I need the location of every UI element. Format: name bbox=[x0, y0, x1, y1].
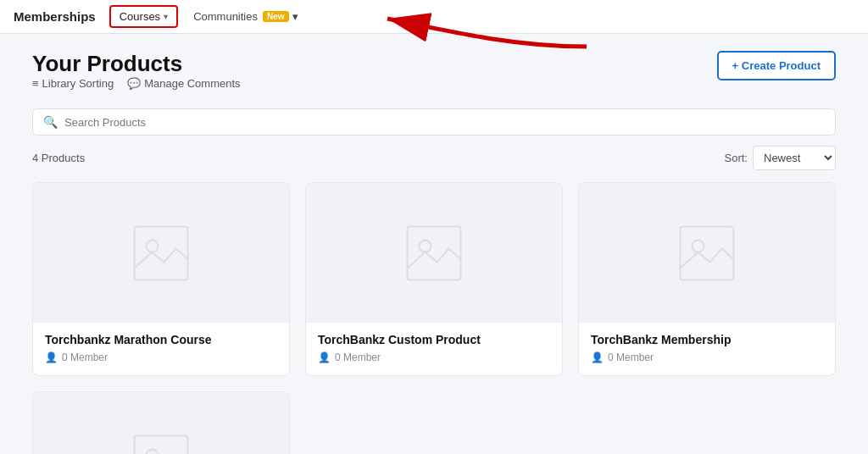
svg-point-6 bbox=[693, 240, 704, 252]
svg-rect-1 bbox=[135, 226, 188, 280]
member-icon-3: 👤 bbox=[591, 352, 604, 363]
library-icon: ≡ bbox=[32, 77, 39, 90]
products-grid-row2: Torchbankz Sprint Course 👤 0 Member bbox=[32, 391, 836, 454]
products-count: 4 Products bbox=[32, 152, 85, 164]
product-members-2: 👤 0 Member bbox=[318, 352, 550, 363]
product-image-2 bbox=[306, 183, 562, 323]
page-title: Your Products bbox=[32, 51, 241, 77]
tab-communities-label: Communities bbox=[193, 10, 258, 23]
manage-comments-link[interactable]: 💬 Manage Comments bbox=[127, 77, 240, 90]
sort-select[interactable]: Newest Oldest A-Z bbox=[753, 146, 836, 170]
create-product-button[interactable]: + Create Product bbox=[717, 51, 836, 80]
search-input[interactable] bbox=[64, 116, 825, 129]
chevron-down-icon: ▾ bbox=[164, 12, 168, 21]
svg-point-8 bbox=[147, 449, 159, 454]
search-icon: 🔍 bbox=[43, 115, 58, 129]
svg-point-4 bbox=[420, 240, 431, 252]
tab-courses[interactable]: Courses ▾ bbox=[109, 5, 178, 28]
sub-links: ≡ Library Sorting 💬 Manage Comments bbox=[32, 77, 241, 90]
product-name-1: Torchbankz Marathon Course bbox=[45, 333, 277, 346]
product-image-4 bbox=[33, 392, 289, 454]
product-name-2: TorchBankz Custom Product bbox=[318, 333, 550, 346]
products-grid-row1: Torchbankz Marathon Course 👤 0 Member To… bbox=[32, 182, 836, 376]
product-name-3: TorchBankz Membership bbox=[591, 333, 823, 346]
library-sorting-link[interactable]: ≡ Library Sorting bbox=[32, 77, 114, 90]
page-header: Your Products ≡ Library Sorting 💬 Manage… bbox=[32, 51, 836, 103]
products-toolbar: 4 Products Sort: Newest Oldest A-Z bbox=[32, 146, 836, 170]
svg-rect-3 bbox=[408, 226, 461, 280]
product-members-1: 👤 0 Member bbox=[45, 352, 277, 363]
comment-icon: 💬 bbox=[127, 77, 141, 90]
member-icon-2: 👤 bbox=[318, 352, 331, 363]
manage-comments-label: Manage Comments bbox=[144, 77, 240, 90]
product-image-1 bbox=[33, 183, 289, 323]
product-card-custom[interactable]: TorchBankz Custom Product 👤 0 Member bbox=[305, 182, 563, 376]
product-card-membership[interactable]: TorchBankz Membership 👤 0 Member bbox=[578, 182, 836, 376]
product-members-3: 👤 0 Member bbox=[591, 352, 823, 363]
sort-label: Sort: bbox=[725, 152, 748, 164]
member-icon-1: 👤 bbox=[45, 352, 58, 363]
svg-rect-5 bbox=[681, 226, 734, 280]
product-card-sprint[interactable]: Torchbankz Sprint Course 👤 0 Member bbox=[32, 391, 290, 454]
svg-rect-7 bbox=[135, 435, 188, 454]
search-bar: 🔍 bbox=[32, 108, 836, 136]
communities-chevron-icon: ▾ bbox=[292, 10, 298, 23]
product-image-3 bbox=[579, 183, 835, 323]
brand-logo: Memberships bbox=[14, 9, 96, 24]
new-badge: New bbox=[263, 11, 289, 22]
product-card-marathon[interactable]: Torchbankz Marathon Course 👤 0 Member bbox=[32, 182, 290, 376]
tab-communities[interactable]: Communities New ▾ bbox=[185, 7, 306, 26]
tab-courses-label: Courses bbox=[120, 10, 160, 23]
svg-point-2 bbox=[147, 240, 159, 252]
library-sorting-label: Library Sorting bbox=[42, 77, 114, 90]
